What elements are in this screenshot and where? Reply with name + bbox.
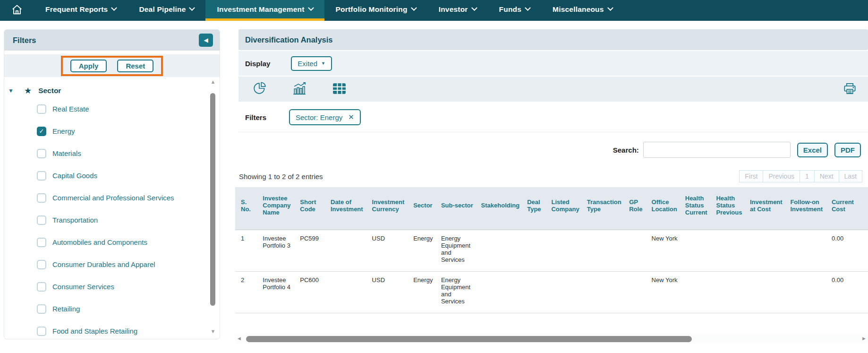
column-header-s-no[interactable]: S. No.: [235, 187, 257, 230]
column-header-investee-company-name[interactable]: Investee Company Name: [257, 187, 294, 230]
filters-panel: Filters ◀ Apply Reset ▼ ★ Sector Real Es…: [0, 29, 220, 339]
apply-button[interactable]: Apply: [70, 60, 107, 72]
column-header-office-location[interactable]: Office Location: [646, 187, 680, 230]
bar-chart-view-button[interactable]: [292, 82, 306, 96]
pie-chart-view-button[interactable]: [253, 82, 267, 96]
column-header-deal-type[interactable]: Deal Type: [521, 187, 545, 230]
checkbox-label[interactable]: Consumer Durables and Apparel: [52, 260, 155, 268]
page-button-first[interactable]: First: [739, 170, 763, 182]
column-header-date-of-investment[interactable]: Date of Investment: [325, 187, 366, 230]
nav-item-deal-pipeline[interactable]: Deal Pipeline: [128, 0, 205, 21]
collapse-panel-button[interactable]: ◀: [199, 34, 213, 47]
page-button-1[interactable]: 1: [800, 170, 815, 182]
column-header-gp-role[interactable]: GP Role: [623, 187, 646, 230]
table-body: 1Investee Portfolio 3PC599USDEnergyEnerg…: [235, 230, 868, 313]
horizontal-scrollbar-thumb[interactable]: [246, 336, 692, 342]
column-header-transaction-type[interactable]: Transaction Type: [581, 187, 624, 230]
page-button-last[interactable]: Last: [839, 170, 862, 182]
column-header-sub-sector[interactable]: Sub-sector: [435, 187, 476, 230]
checkbox-label[interactable]: Automobiles and Components: [52, 238, 147, 246]
checkbox-label[interactable]: Materials: [52, 149, 81, 157]
checkbox-label[interactable]: Food and Staples Retailing: [52, 327, 137, 335]
vertical-scrollbar[interactable]: ▲ ▼: [209, 79, 217, 334]
table-cell: [581, 271, 624, 313]
checkbox-label[interactable]: Energy: [52, 127, 75, 135]
column-header-short-code[interactable]: Short Code: [294, 187, 325, 230]
checkbox-checked[interactable]: ✓: [37, 127, 46, 136]
checkbox-unchecked[interactable]: [37, 171, 46, 181]
filters-panel-header: Filters ◀: [4, 30, 220, 51]
column-header-investment-at-cost[interactable]: Investment at Cost: [744, 187, 784, 230]
sector-option-consumer-services: Consumer Services: [4, 276, 220, 298]
display-row: Display Exited ▼: [238, 51, 868, 76]
checkbox-unchecked[interactable]: [37, 104, 46, 114]
nav-item-label: Deal Pipeline: [139, 5, 186, 14]
scroll-right-icon[interactable]: ►: [861, 336, 867, 341]
print-button[interactable]: [842, 82, 857, 96]
table-cell: [623, 271, 646, 313]
nav-item-investor[interactable]: Investor: [427, 0, 488, 21]
nav-item-frequent-reports[interactable]: Frequent Reports: [34, 0, 128, 21]
checkbox-label[interactable]: Real Estate: [52, 105, 89, 113]
nav-item-investment-management[interactable]: Investment Management: [205, 0, 324, 21]
export-pdf-button[interactable]: PDF: [834, 143, 861, 157]
table-info-row: Showing 1 to 2 of 2 entries FirstPreviou…: [235, 170, 868, 182]
vertical-scrollbar-thumb[interactable]: [210, 93, 215, 306]
checkbox-unchecked[interactable]: [37, 282, 46, 292]
export-excel-button[interactable]: Excel: [797, 143, 828, 157]
page-button-previous[interactable]: Previous: [763, 170, 800, 182]
display-dropdown[interactable]: Exited ▼: [291, 56, 332, 71]
table-view-button[interactable]: [332, 82, 346, 96]
close-icon[interactable]: ✕: [348, 113, 354, 121]
table-cell: [744, 230, 784, 271]
column-header-sector[interactable]: Sector: [408, 187, 435, 230]
checkbox-unchecked[interactable]: [37, 304, 46, 314]
column-header-follow-on-investment[interactable]: Follow-on Investment: [784, 187, 826, 230]
filter-chip-sector-energy[interactable]: Sector: Energy ✕: [289, 109, 361, 125]
filter-chip-text: Sector: Energy: [296, 113, 342, 121]
results-table-wrap: S. No.Investee Company NameShort CodeDat…: [235, 187, 868, 313]
search-input[interactable]: [643, 142, 791, 158]
printer-icon: [843, 89, 857, 96]
table-cell: USD: [366, 271, 408, 313]
checkbox-label[interactable]: Commercial and Professional Services: [52, 194, 174, 202]
column-header-listed-company[interactable]: Listed Company: [545, 187, 581, 230]
caret-down-icon[interactable]: ▼: [8, 87, 20, 94]
scroll-up-icon[interactable]: ▲: [209, 79, 217, 85]
checkbox-unchecked[interactable]: [37, 238, 46, 247]
home-button[interactable]: [0, 0, 34, 21]
table-row: 2Investee Portfolio 4PC600USDEnergyEnerg…: [235, 271, 868, 313]
checkbox-label[interactable]: Consumer Services: [52, 283, 114, 291]
scroll-down-icon[interactable]: ▼: [209, 328, 217, 334]
scroll-left-icon[interactable]: ◄: [237, 336, 242, 341]
nav-item-funds[interactable]: Funds: [488, 0, 542, 21]
table-cell: [521, 230, 545, 271]
checkbox-label[interactable]: Retailing: [52, 305, 80, 313]
display-dropdown-value: Exited: [298, 60, 317, 68]
page-button-next[interactable]: Next: [814, 170, 839, 182]
column-header-stakeholding[interactable]: Stakeholding: [476, 187, 522, 230]
table-cell: [545, 271, 581, 313]
checkbox-unchecked[interactable]: [37, 260, 46, 269]
nav-item-label: Frequent Reports: [45, 5, 108, 14]
checkbox-label[interactable]: Capital Goods: [52, 172, 97, 180]
reset-button[interactable]: Reset: [117, 60, 153, 72]
pagination: FirstPrevious1NextLast: [740, 170, 862, 182]
nav-item-miscellaneous[interactable]: Miscellaneous: [541, 0, 624, 21]
column-header-health-status-current[interactable]: Health Status Current: [680, 187, 711, 230]
search-row: Search: Excel PDF: [235, 142, 868, 158]
column-header-investment-currency[interactable]: Investment Currency: [366, 187, 408, 230]
column-header-health-status-previous[interactable]: Health Status Previous: [710, 187, 744, 230]
table-header-row: S. No.Investee Company NameShort CodeDat…: [235, 187, 868, 230]
checkbox-label[interactable]: Transportation: [52, 216, 98, 224]
column-header-current-cost[interactable]: Current Cost: [826, 187, 868, 230]
checkbox-unchecked[interactable]: [37, 193, 46, 203]
checkbox-unchecked[interactable]: [37, 215, 46, 225]
horizontal-scrollbar[interactable]: ◄ ►: [235, 335, 868, 343]
checkbox-unchecked[interactable]: [37, 327, 46, 336]
chevron-down-icon: [525, 5, 531, 11]
sector-option-energy: ✓Energy: [4, 120, 220, 142]
sector-option-transportation: Transportation: [4, 209, 220, 231]
nav-item-portfolio-monitoring[interactable]: Portfolio Monitoring: [324, 0, 427, 21]
checkbox-unchecked[interactable]: [37, 149, 46, 158]
